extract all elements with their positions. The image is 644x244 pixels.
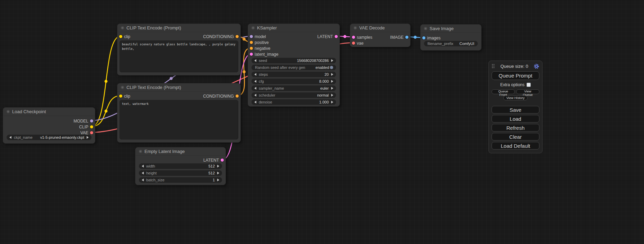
increment-arrow-icon[interactable]	[331, 73, 333, 76]
node-titlebar[interactable]: Save Image	[421, 25, 481, 33]
positive-prompt-textarea[interactable]: beautiful scenery nature glass bottle la…	[120, 40, 238, 72]
decrement-arrow-icon[interactable]	[254, 73, 256, 76]
increment-arrow-icon[interactable]	[87, 136, 89, 139]
input-slot-negative[interactable]: negative	[250, 45, 270, 51]
filename-prefix-widget[interactable]: filename_prefix ComfyUI	[424, 41, 478, 46]
output-slot-conditioning[interactable]: CONDITIONING	[203, 34, 239, 39]
model-slot-dot[interactable]	[250, 35, 253, 38]
output-slot-conditioning[interactable]: CONDITIONING	[203, 93, 239, 99]
increment-arrow-icon[interactable]	[331, 87, 333, 90]
node-titlebar[interactable]: Empty Latent Image	[135, 147, 226, 156]
drag-handle-icon[interactable]	[492, 64, 495, 69]
input-slot-latent-image[interactable]: latent_image	[250, 51, 279, 57]
view-history-button[interactable]: View History	[503, 96, 528, 100]
seed-widget[interactable]: seed 156680208700286	[252, 58, 336, 63]
input-slot-clip[interactable]: clip	[119, 93, 130, 99]
node-titlebar[interactable]: VAE Decode	[350, 24, 410, 32]
random-seed-toggle-widget[interactable]: Random seed after every gen enabled	[252, 65, 336, 70]
slot-label: MODEL	[73, 119, 88, 124]
increment-arrow-icon[interactable]	[217, 179, 219, 181]
steps-widget[interactable]: steps 20	[252, 72, 336, 77]
output-slot-image[interactable]: IMAGE	[390, 34, 408, 40]
clip-slot-dot[interactable]	[119, 35, 122, 38]
clear-button[interactable]: Clear	[492, 133, 539, 141]
input-slot-samples[interactable]: samples	[352, 34, 372, 40]
latent-slot-dot[interactable]	[352, 36, 355, 39]
node-load-checkpoint[interactable]: Load Checkpoint MODEL CLIP VAE ckpt_name…	[3, 107, 95, 144]
node-title-label: Load Checkpoint	[12, 109, 46, 114]
decrement-arrow-icon[interactable]	[142, 179, 144, 181]
node-clip-text-encode-negative[interactable]: CLIP Text Encode (Prompt) clip CONDITION…	[117, 83, 241, 143]
node-titlebar[interactable]: KSampler	[248, 24, 339, 32]
clip-slot-dot[interactable]	[90, 125, 93, 128]
scheduler-widget[interactable]: scheduler normal	[252, 92, 336, 98]
decrement-arrow-icon[interactable]	[9, 136, 11, 139]
decrement-arrow-icon[interactable]	[254, 80, 256, 83]
input-slot-model[interactable]: model	[250, 34, 266, 39]
conditioning-slot-dot[interactable]	[236, 35, 239, 38]
load-default-button[interactable]: Load Default	[492, 142, 539, 150]
save-button[interactable]: Save	[492, 106, 539, 114]
load-button[interactable]: Load	[492, 115, 539, 123]
input-slot-positive[interactable]: positive	[250, 39, 269, 45]
increment-arrow-icon[interactable]	[331, 94, 333, 97]
output-slot-model[interactable]: MODEL	[73, 118, 93, 124]
clip-slot-dot[interactable]	[119, 94, 122, 98]
image-slot-dot[interactable]	[422, 36, 425, 39]
decrement-arrow-icon[interactable]	[142, 165, 144, 168]
ckpt-name-widget[interactable]: ckpt_name v1-5-pruned-emaonly.ckpt	[7, 135, 91, 140]
output-slot-latent[interactable]: LATENT	[203, 157, 224, 163]
extra-options-checkbox[interactable]	[527, 83, 531, 87]
latent-slot-dot[interactable]	[221, 159, 224, 162]
image-slot-dot[interactable]	[405, 36, 408, 39]
node-titlebar[interactable]: CLIP Text Encode (Prompt)	[117, 83, 240, 92]
input-slot-vae[interactable]: vae	[352, 40, 363, 46]
settings-gear-icon[interactable]	[533, 63, 539, 69]
increment-arrow-icon[interactable]	[331, 80, 333, 83]
input-slot-clip[interactable]: clip	[119, 34, 130, 39]
queue-front-button[interactable]: Queue Front	[492, 89, 515, 94]
decrement-arrow-icon[interactable]	[254, 59, 256, 62]
node-titlebar[interactable]: Load Checkpoint	[3, 108, 95, 116]
denoise-widget[interactable]: denoise 1.000	[252, 99, 336, 105]
refresh-button[interactable]: Refresh	[492, 124, 539, 132]
node-clip-text-encode-positive[interactable]: CLIP Text Encode (Prompt) clip CONDITION…	[117, 24, 241, 75]
output-slot-latent[interactable]: LATENT	[317, 34, 338, 39]
increment-arrow-icon[interactable]	[217, 172, 219, 174]
vae-slot-dot[interactable]	[352, 42, 355, 45]
decrement-arrow-icon[interactable]	[254, 94, 256, 97]
conditioning-slot-dot[interactable]	[236, 94, 239, 98]
toggle-knob-icon[interactable]	[330, 66, 333, 69]
latent-slot-dot[interactable]	[335, 35, 338, 38]
increment-arrow-icon[interactable]	[331, 59, 333, 62]
output-slot-clip[interactable]: CLIP	[79, 124, 93, 130]
node-titlebar[interactable]: CLIP Text Encode (Prompt)	[117, 24, 240, 32]
height-widget[interactable]: height 512	[139, 170, 222, 176]
conditioning-slot-dot[interactable]	[250, 47, 253, 50]
decrement-arrow-icon[interactable]	[254, 87, 256, 90]
sampler-name-widget[interactable]: sampler_name euler	[252, 85, 336, 91]
node-vae-decode[interactable]: VAE Decode samples vae IMAGE	[350, 24, 411, 47]
model-slot-dot[interactable]	[90, 119, 93, 123]
input-slot-images[interactable]: images	[422, 35, 441, 41]
increment-arrow-icon[interactable]	[217, 165, 219, 168]
node-save-image[interactable]: Save Image images filename_prefix ComfyU…	[420, 24, 482, 51]
decrement-arrow-icon[interactable]	[142, 172, 144, 174]
queue-prompt-button[interactable]: Queue Prompt	[492, 71, 539, 80]
node-ksampler[interactable]: KSampler model positive negative latent_…	[248, 24, 340, 107]
node-empty-latent-image[interactable]: Empty Latent Image LATENT width 512 heig…	[135, 147, 226, 185]
negative-prompt-textarea[interactable]: text, watermark	[120, 100, 238, 139]
slot-label: clip	[124, 34, 130, 39]
node-title-label: CLIP Text Encode (Prompt)	[126, 25, 181, 30]
conditioning-slot-dot[interactable]	[250, 41, 253, 44]
view-queue-button[interactable]: View Queue	[516, 89, 539, 94]
vae-slot-dot[interactable]	[90, 131, 93, 134]
node-canvas[interactable]: Load Checkpoint MODEL CLIP VAE ckpt_name…	[0, 0, 644, 244]
decrement-arrow-icon[interactable]	[254, 101, 256, 103]
latent-slot-dot[interactable]	[250, 53, 253, 56]
increment-arrow-icon[interactable]	[331, 101, 333, 103]
batch-size-widget[interactable]: batch_size 1	[139, 177, 222, 183]
node-title-label: Save Image	[430, 26, 453, 31]
cfg-widget[interactable]: cfg 8.000	[252, 79, 336, 84]
width-widget[interactable]: width 512	[139, 163, 222, 169]
